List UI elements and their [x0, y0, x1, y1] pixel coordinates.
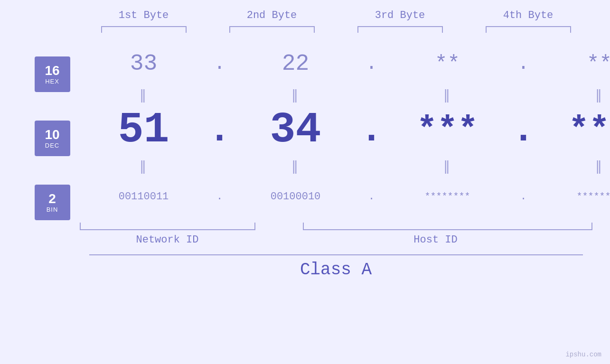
bin-b1: 00110011: [80, 191, 208, 203]
sep1-b2: ‖: [232, 87, 360, 103]
bin-dot2: .: [360, 191, 384, 203]
values-grid: 33 . 22 . ** . **: [80, 42, 610, 218]
bin-badge-label: BIN: [47, 206, 58, 213]
bottom-section: Network ID Host ID: [80, 223, 592, 246]
dec-badge: 10 DEC: [35, 121, 70, 156]
bracket-labels: Network ID Host ID: [80, 234, 592, 246]
byte3-header: 3rd Byte: [348, 9, 452, 21]
hex-b4: **: [535, 52, 610, 75]
sep-row-1: ‖ ‖ ‖ ‖: [80, 85, 610, 104]
bin-b4: ********: [535, 191, 610, 202]
hex-b2: 22: [232, 51, 360, 76]
hex-dot1: .: [208, 53, 232, 75]
bin-b3: ********: [384, 191, 512, 202]
bin-badge-number: 2: [48, 192, 56, 206]
bin-b2: 00100010: [232, 191, 360, 203]
dec-dot3: .: [512, 109, 535, 152]
main-container: 1st Byte 2nd Byte 3rd Byte 4th Byte 16 H…: [0, 0, 610, 364]
sep1-b4: ‖: [535, 87, 610, 103]
byte4-header: 4th Byte: [476, 9, 581, 21]
bin-dot1: .: [208, 191, 232, 203]
hex-dot2: .: [360, 53, 384, 75]
host-id-label: Host ID: [279, 234, 592, 246]
bin-badge: 2 BIN: [35, 185, 70, 220]
class-line: [89, 254, 583, 255]
byte1-top-bracket: [101, 26, 187, 33]
bin-row: 00110011 . 00100010 . ******** .: [80, 175, 610, 218]
dec-badge-label: DEC: [45, 142, 59, 149]
byte-headers: 1st Byte 2nd Byte 3rd Byte 4th Byte: [80, 9, 592, 21]
dec-b1: 51: [80, 109, 208, 151]
sep2-b4: ‖: [535, 158, 610, 174]
network-bracket: [80, 223, 255, 230]
byte2-top-bracket: [229, 26, 315, 33]
byte1-header: 1st Byte: [92, 9, 196, 21]
byte4-top-bracket: [486, 26, 571, 33]
main-grid: 16 HEX 10 DEC 2 BIN 33 .: [20, 42, 590, 220]
hex-dot3: .: [512, 53, 535, 75]
sep1-b1: ‖: [80, 87, 208, 103]
dec-dot2: .: [360, 109, 384, 152]
bottom-brackets: [80, 223, 592, 230]
sep2-b2: ‖: [232, 158, 360, 174]
top-brackets: [80, 26, 592, 33]
watermark: ipshu.com: [565, 351, 601, 358]
dec-b2: 34: [232, 109, 360, 151]
byte2-header: 2nd Byte: [220, 9, 324, 21]
hex-row: 33 . 22 . ** . **: [80, 42, 610, 85]
dec-b3: ***: [384, 111, 512, 149]
sep2-b1: ‖: [80, 158, 208, 174]
host-bracket: [303, 223, 592, 230]
hex-badge-number: 16: [45, 64, 59, 78]
hex-b3: **: [384, 52, 512, 75]
bin-dot3: .: [512, 191, 535, 203]
dec-b4: ***: [535, 111, 610, 149]
sep2-b3: ‖: [384, 158, 512, 174]
dec-row: 51 . 34 . *** . ***: [80, 104, 610, 156]
sep1-b3: ‖: [384, 87, 512, 103]
class-label: Class A: [89, 260, 583, 280]
dec-dot1: .: [208, 109, 232, 152]
class-section: Class A: [89, 254, 583, 280]
dec-badge-number: 10: [45, 128, 59, 142]
hex-b1: 33: [80, 51, 208, 76]
hex-badge: 16 HEX: [35, 56, 70, 92]
badges-column: 16 HEX 10 DEC 2 BIN: [35, 56, 70, 220]
hex-badge-label: HEX: [45, 78, 59, 85]
network-id-label: Network ID: [80, 234, 255, 246]
sep-row-2: ‖ ‖ ‖ ‖: [80, 156, 610, 175]
byte3-top-bracket: [357, 26, 443, 33]
